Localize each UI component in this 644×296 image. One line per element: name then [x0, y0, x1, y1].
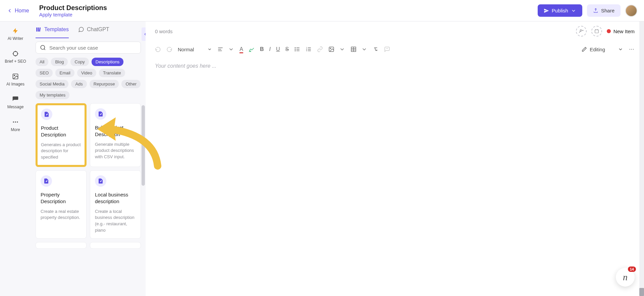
panel-tabs: Templates ChatGPT — [31, 21, 146, 38]
chip-translate[interactable]: Translate — [99, 69, 125, 77]
card-title: Property Description — [41, 191, 82, 205]
rail-label: Message — [7, 105, 24, 109]
rail-more[interactable]: More — [11, 119, 20, 132]
avatar[interactable] — [625, 5, 637, 17]
add-collaborator-button[interactable] — [576, 26, 587, 37]
chevron-down-icon — [228, 46, 234, 52]
editor-top-right: New Item — [576, 26, 635, 37]
chip-descriptions[interactable]: Descriptions — [92, 58, 124, 66]
template-card-placeholder[interactable] — [90, 242, 141, 249]
svg-point-27 — [295, 51, 296, 51]
scrollbar-thumb[interactable] — [639, 288, 644, 296]
send-icon — [544, 8, 549, 13]
more-toolbar-button[interactable] — [629, 46, 635, 52]
new-item-status[interactable]: New Item — [607, 28, 635, 34]
strikethrough-button[interactable]: S — [285, 46, 289, 52]
text-color-icon: A — [239, 46, 243, 52]
card-desc: Generate multiple product descriptions w… — [95, 141, 136, 161]
template-card-property-description[interactable]: Property Description Create a real estat… — [36, 170, 87, 239]
rail-message[interactable]: Message — [7, 96, 24, 109]
bullet-list-button[interactable] — [294, 46, 300, 52]
tab-label: Templates — [44, 26, 69, 33]
rail-ai-images[interactable]: AI Images — [6, 73, 24, 86]
highlight-button[interactable] — [249, 46, 255, 52]
bold-icon: B — [260, 46, 264, 52]
align-dropdown[interactable] — [228, 46, 234, 52]
rail-brief-seo[interactable]: Brief + SEO — [5, 50, 26, 64]
chip-social-media[interactable]: Social Media — [36, 80, 68, 88]
link-button[interactable] — [317, 46, 323, 52]
chevron-down-icon — [339, 46, 345, 52]
editing-mode-select[interactable]: Editing — [582, 47, 623, 52]
align-left-icon — [217, 46, 223, 52]
chip-copy[interactable]: Copy — [70, 58, 89, 66]
image-button[interactable] — [328, 46, 334, 52]
user-plus-icon — [579, 29, 584, 34]
tab-chatgpt[interactable]: ChatGPT — [78, 21, 109, 38]
align-button[interactable] — [217, 46, 223, 52]
table-icon — [351, 46, 357, 52]
chip-other[interactable]: Other — [121, 80, 141, 88]
editor-body[interactable]: Your content goes here ... — [146, 58, 644, 296]
search-input[interactable] — [49, 45, 137, 51]
chip-seo[interactable]: SEO — [36, 69, 53, 77]
chip-blog[interactable]: Blog — [51, 58, 68, 66]
chip-video[interactable]: Video — [77, 69, 96, 77]
bullet-list-icon — [294, 46, 300, 52]
svg-text:3: 3 — [306, 50, 307, 52]
comment-icon — [384, 46, 390, 52]
template-scrollbar[interactable] — [142, 105, 145, 192]
chevron-down-icon — [207, 47, 212, 52]
chip-repurpose[interactable]: Repurpose — [90, 80, 119, 88]
comment-button[interactable] — [384, 46, 390, 52]
search-box[interactable] — [36, 42, 141, 54]
rail-label: Brief + SEO — [5, 59, 26, 64]
numbered-list-button[interactable]: 123 — [306, 46, 312, 52]
clear-format-button[interactable] — [373, 46, 379, 52]
floating-help-widget[interactable]: n 14 — [616, 268, 635, 287]
template-card-bulk-product-description[interactable]: Bulk Product Description Generate multip… — [90, 103, 141, 167]
more-icon — [12, 119, 19, 125]
svg-point-46 — [633, 49, 634, 50]
svg-point-44 — [630, 49, 630, 50]
align-group — [217, 46, 234, 52]
template-list[interactable]: Product Description Generates a product … — [31, 103, 146, 296]
template-card-product-description[interactable]: Product Description Generates a product … — [36, 103, 87, 167]
table-button[interactable] — [351, 46, 357, 52]
rail-ai-writer[interactable]: AI Writer — [8, 27, 23, 41]
table-dropdown[interactable] — [361, 46, 367, 52]
publish-button[interactable]: Publish — [538, 4, 582, 17]
chip-my-templates[interactable]: My templates — [36, 91, 69, 99]
chip-ads[interactable]: Ads — [71, 80, 87, 88]
image-dropdown[interactable] — [339, 46, 345, 52]
svg-rect-12 — [38, 27, 39, 32]
apply-template-link[interactable]: Apply template — [39, 12, 107, 17]
home-link[interactable]: Home — [7, 8, 29, 14]
chip-all[interactable]: All — [36, 58, 48, 66]
template-card-local-business-description[interactable]: Local business description Create a loca… — [90, 170, 141, 239]
tab-templates[interactable]: Templates — [36, 21, 69, 38]
search-icon — [40, 45, 46, 51]
redo-button[interactable] — [166, 46, 172, 52]
page-scrollbar[interactable] — [639, 21, 644, 296]
template-card-placeholder[interactable] — [36, 242, 87, 249]
underline-button[interactable]: U — [276, 46, 280, 52]
search-wrap — [31, 38, 146, 58]
chevron-down-icon — [571, 8, 576, 13]
image-icon — [328, 46, 334, 52]
pencil-icon — [582, 47, 587, 52]
format-select[interactable]: Normal — [178, 47, 212, 52]
file-edit-icon — [95, 175, 106, 187]
logo-n-icon: n — [623, 272, 628, 283]
bold-button[interactable]: B — [260, 46, 264, 52]
rail-label: AI Images — [6, 82, 24, 86]
rail-label: AI Writer — [8, 36, 23, 41]
italic-button[interactable]: I — [269, 46, 271, 52]
redo-icon — [166, 46, 172, 52]
add-schedule-button[interactable] — [591, 26, 602, 37]
scrollbar-thumb[interactable] — [142, 105, 145, 186]
chip-email[interactable]: Email — [55, 69, 74, 77]
share-button[interactable]: Share — [587, 4, 621, 17]
undo-button[interactable] — [155, 46, 161, 52]
text-color-button[interactable]: A — [239, 46, 243, 52]
